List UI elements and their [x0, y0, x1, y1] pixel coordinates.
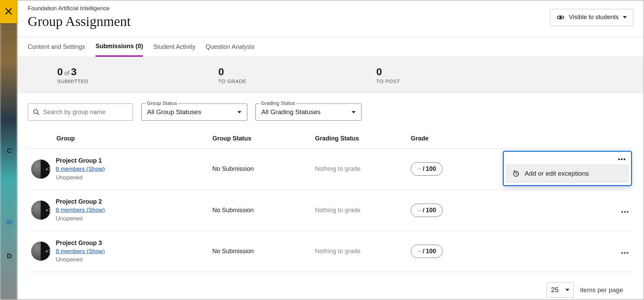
tabs: Content and Settings Submissions (0) Stu…	[17, 37, 644, 57]
open-status: Unopened	[56, 215, 105, 223]
svg-point-0	[560, 16, 562, 18]
avatar-stack: +7	[31, 201, 50, 220]
search-wrap	[28, 104, 133, 121]
avatar-overflow-badge: +7	[45, 248, 51, 254]
grading-status-select[interactable]: All Grading Statuses	[255, 104, 362, 121]
row-actions-menu: Add or edit exceptions	[503, 151, 632, 186]
main-panel: Foundation Artificial Intelligence Group…	[17, 0, 644, 300]
avatar-overflow-badge: +7	[45, 207, 51, 213]
grade-sep: /	[423, 165, 424, 173]
column-group-status: Group Status	[212, 129, 315, 149]
visibility-dropdown[interactable]: Visible to students	[550, 9, 633, 26]
grading-status-value: All Grading Statuses	[261, 108, 320, 116]
group-status-value: All Group Statuses	[147, 108, 201, 116]
grade-value: --	[417, 207, 421, 214]
stat-to-post-label: TO POST	[376, 78, 400, 84]
grade-pill[interactable]: -- / 100	[411, 204, 443, 217]
stat-to-grade-count: 0	[218, 66, 224, 77]
more-actions-button[interactable]	[619, 203, 631, 217]
bg-link-sh: Sh	[6, 219, 13, 225]
more-actions-button[interactable]	[619, 244, 631, 258]
stat-submitted-count: 0	[57, 66, 63, 77]
chevron-down-icon	[623, 16, 627, 18]
chevron-down-icon	[565, 289, 569, 291]
per-page-value: 25	[551, 286, 558, 294]
items-per-page-select[interactable]: 25	[547, 282, 574, 298]
filters-row: Group Status All Group Statuses Grading …	[17, 93, 644, 124]
group-name: Project Group 2	[56, 197, 105, 206]
tab-student-activity[interactable]: Student Activity	[153, 37, 195, 57]
page-title: Group Assignment	[28, 13, 131, 29]
avatar-overflow-badge: +7	[45, 166, 51, 172]
tab-question-analysis[interactable]: Question Analysis	[206, 37, 254, 57]
grade-max: 100	[426, 248, 436, 255]
pagination: 25 items per page	[17, 272, 644, 300]
grade-value: --	[417, 165, 421, 173]
grade-sep: /	[423, 207, 424, 214]
grade-pill[interactable]: -- / 100	[411, 162, 443, 176]
menu-item-label: Add or edit exceptions	[525, 170, 589, 177]
group-status-cell: No Submission	[212, 231, 315, 272]
grade-value: --	[417, 248, 421, 255]
avatar-stack: +7	[31, 242, 50, 261]
stats-bar: 0 of 3 SUBMITTED 0 TO GRADE 0 TO POST	[17, 57, 644, 93]
chevron-down-icon	[237, 111, 241, 113]
tab-content-settings[interactable]: Content and Settings	[28, 37, 85, 57]
grade-max: 100	[426, 207, 436, 214]
group-status-filter: Group Status All Group Statuses	[141, 104, 247, 121]
grade-sep: /	[423, 248, 424, 255]
visibility-label: Visible to students	[569, 14, 619, 21]
avatar-stack: +7	[31, 160, 50, 179]
open-status: Unopened	[56, 174, 105, 182]
search-icon	[33, 109, 40, 115]
members-link[interactable]: 8 members (Show)	[56, 166, 105, 172]
menu-item-add-exceptions[interactable]: Add or edit exceptions	[507, 165, 628, 182]
members-link[interactable]: 8 members (Show)	[56, 248, 105, 255]
group-status-select[interactable]: All Group Statuses	[141, 104, 247, 121]
grading-status-cell: Nothing to grade	[315, 149, 411, 190]
bg-letter-d: D	[7, 252, 12, 260]
svg-point-3	[618, 158, 620, 160]
close-button[interactable]	[0, 0, 17, 23]
members-link[interactable]: 8 members (Show)	[56, 207, 105, 213]
more-actions-button[interactable]	[616, 151, 628, 164]
table-row: +7 Project Group 2 8 members (Show) Unop…	[28, 190, 633, 231]
per-page-label: items per page	[580, 286, 623, 294]
group-name: Project Group 3	[56, 238, 105, 247]
svg-point-4	[621, 158, 622, 160]
svg-point-12	[627, 252, 628, 254]
svg-line-2	[37, 113, 39, 115]
column-group: Group	[28, 129, 212, 149]
grade-max: 100	[426, 165, 436, 173]
stat-submitted-of: of	[64, 70, 69, 77]
open-status: Unopened	[56, 256, 105, 264]
groups-table: Group Group Status Grading Status Grade …	[28, 129, 633, 272]
svg-point-7	[621, 211, 623, 213]
group-status-cell: No Submission	[212, 190, 315, 231]
column-grading-status: Grading Status	[315, 129, 411, 149]
stat-submitted-label: SUBMITTED	[57, 78, 88, 84]
svg-point-11	[624, 252, 626, 254]
table-row: +7 Project Group 1 8 members (Show) Unop…	[28, 149, 633, 190]
eye-icon	[556, 13, 565, 22]
grading-status-cell: Nothing to grade	[315, 231, 411, 272]
stat-submitted: 0 of 3 SUBMITTED	[57, 66, 88, 84]
tab-submissions[interactable]: Submissions (0)	[95, 37, 143, 57]
group-name: Project Group 1	[56, 156, 105, 165]
grading-status-cell: Nothing to grade	[315, 190, 411, 231]
header: Foundation Artificial Intelligence Group…	[17, 0, 644, 37]
grading-status-filter: Grading Status All Grading Statuses	[255, 104, 362, 121]
search-input[interactable]	[28, 104, 133, 120]
group-status-label: Group Status	[145, 100, 178, 106]
stat-to-grade-label: TO GRADE	[218, 78, 246, 84]
column-grade: Grade	[411, 129, 486, 149]
table-row: +7 Project Group 3 8 members (Show) Unop…	[28, 231, 633, 272]
stat-to-post-count: 0	[376, 66, 382, 77]
svg-point-10	[621, 252, 623, 254]
chevron-down-icon	[352, 111, 356, 113]
clock-icon	[512, 170, 520, 177]
stat-submitted-total: 3	[71, 66, 77, 77]
grade-pill[interactable]: -- / 100	[411, 245, 443, 258]
close-icon	[4, 5, 13, 18]
grading-status-label: Grading Status	[260, 100, 297, 106]
